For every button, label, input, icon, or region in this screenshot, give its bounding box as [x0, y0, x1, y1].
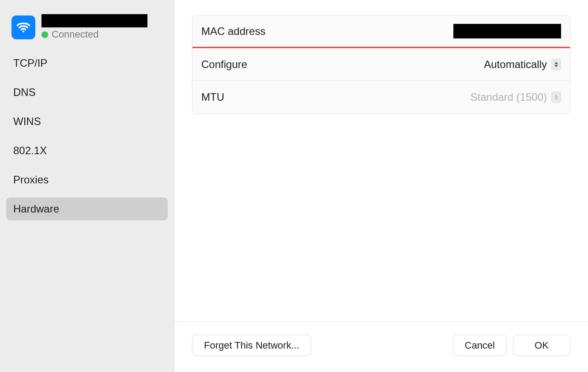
stepper-icon	[551, 91, 561, 103]
mac-address-value-redacted	[453, 24, 561, 38]
forget-network-button[interactable]: Forget This Network...	[192, 335, 311, 356]
wifi-icon	[11, 15, 35, 39]
mac-address-label: MAC address	[201, 25, 265, 38]
stepper-icon	[551, 59, 561, 70]
button-label: OK	[535, 340, 549, 351]
button-label: Forget This Network...	[204, 340, 299, 351]
sidebar-item-label: WINS	[13, 115, 41, 127]
button-label: Cancel	[465, 340, 495, 351]
sidebar-item-label: 802.1X	[13, 144, 47, 156]
footer: Forget This Network... Cancel OK	[174, 321, 588, 372]
mtu-label: MTU	[201, 91, 224, 103]
footer-right: Cancel OK	[453, 335, 570, 356]
network-status: Connected	[41, 29, 164, 40]
sidebar-item-label: Hardware	[13, 203, 59, 215]
sidebar: Connected TCP/IP DNS WINS 802.1X Proxies…	[0, 0, 174, 372]
network-info: Connected	[41, 14, 164, 40]
row-mtu: MTU Standard (1500)	[192, 81, 570, 114]
status-dot-icon	[41, 31, 48, 38]
row-mac-address: MAC address	[192, 15, 570, 48]
network-name-redacted	[41, 14, 147, 27]
mtu-value: Standard (1500)	[471, 91, 547, 103]
settings-panel: MAC address Configure Automatically MTU …	[192, 15, 570, 114]
network-header: Connected	[6, 6, 168, 46]
svg-point-0	[23, 30, 24, 32]
configure-label: Configure	[201, 58, 247, 71]
ok-button[interactable]: OK	[513, 335, 570, 356]
sidebar-item-dns[interactable]: DNS	[6, 81, 168, 104]
sidebar-item-label: DNS	[13, 86, 36, 98]
sidebar-item-label: TCP/IP	[13, 57, 47, 69]
status-label: Connected	[52, 29, 98, 40]
main-pane: MAC address Configure Automatically MTU …	[174, 0, 588, 372]
row-configure: Configure Automatically	[192, 48, 570, 81]
sidebar-item-8021x[interactable]: 802.1X	[6, 139, 168, 162]
sidebar-item-label: Proxies	[13, 174, 49, 186]
content: MAC address Configure Automatically MTU …	[174, 0, 588, 321]
configure-select[interactable]: Automatically	[484, 58, 561, 71]
mtu-select: Standard (1500)	[471, 91, 561, 103]
configure-value: Automatically	[484, 58, 547, 71]
sidebar-item-hardware[interactable]: Hardware	[6, 197, 168, 220]
cancel-button[interactable]: Cancel	[453, 335, 507, 356]
sidebar-item-tcpip[interactable]: TCP/IP	[6, 52, 168, 75]
sidebar-item-wins[interactable]: WINS	[6, 110, 168, 133]
sidebar-item-proxies[interactable]: Proxies	[6, 168, 168, 191]
